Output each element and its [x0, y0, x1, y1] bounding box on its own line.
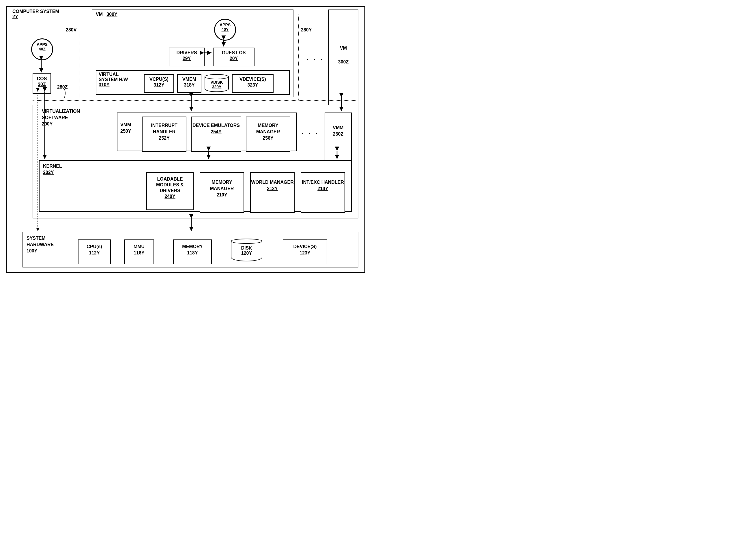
dotted-divider: [33, 100, 357, 101]
vmm-250z-box: VMM250Z: [325, 113, 352, 163]
guest-os-box: GUEST OS20Y: [213, 47, 255, 66]
vdevice-box: VDEVICE(S)323Y: [232, 74, 274, 93]
system-hardware-box: SYSTEMHARDWARE100Y CPU(s)112Y MMU116Y ME…: [22, 232, 358, 267]
drivers-box: DRIVERS29Y: [169, 47, 204, 66]
device-emulators-box: DEVICE EMULATORS254Y: [191, 117, 241, 152]
apps-40y-circle: APPS40Y: [214, 19, 236, 41]
memory-box: MEMORY118Y: [173, 239, 212, 264]
memory-manager1-box: MEMORY MANAGER256Y: [246, 117, 290, 152]
interrupt-handler-box: INTERRUPT HANDLER252Y: [142, 117, 186, 152]
virtual-hw-label: VIRTUALSYSTEM H/W310Y: [99, 72, 128, 87]
ellipsis-vmm: . . .: [301, 128, 319, 136]
kernel-label: KERNEL202Y: [43, 163, 62, 176]
world-manager-box: WORLD MANAGER212Y: [250, 172, 295, 213]
label-280v: 280V: [66, 27, 77, 33]
loadable-modules-box: LOADABLE MODULES & DRIVERS240Y: [146, 172, 194, 210]
memory-manager2-box: MEMORY MANAGER210Y: [200, 172, 244, 213]
virtualization-software-box: VIRTUALIZATIONSOFTWARE200Y VMM250Y INTER…: [33, 105, 358, 218]
kernel-box: KERNEL202Y LOADABLE MODULES & DRIVERS240…: [39, 160, 352, 212]
devices-box: DEVICE(S)123Y: [283, 239, 327, 264]
computer-system-label: COMPUTER SYSTEM 2Y: [13, 9, 59, 19]
vdisk-cyl: VDISK320Y: [204, 74, 229, 92]
vmm-250y-box: VMM250Y INTERRUPT HANDLER252Y DEVICE EMU…: [117, 113, 297, 151]
vcpu-box: VCPU(S)312Y: [144, 74, 174, 93]
ellipsis-vms: . . .: [307, 54, 324, 62]
label-280y: 280Y: [301, 27, 312, 33]
mmu-box: MMU116Y: [124, 239, 154, 264]
disk-cyl: DISK120Y: [231, 239, 262, 261]
vmem-box: VMEM318Y: [177, 74, 201, 93]
vm-300y-box: VM 300Y APPS40Y DRIVERS29Y GUEST OS20Y V…: [92, 9, 294, 97]
vs-label: VIRTUALIZATIONSOFTWARE200Y: [42, 108, 80, 127]
cpu-box: CPU(s)112Y: [78, 239, 111, 264]
dotted-280v: [80, 34, 80, 100]
dotted-280y: [298, 14, 299, 100]
vmm-250y-label: VMM250Y: [120, 122, 131, 135]
hardware-label: SYSTEMHARDWARE100Y: [26, 235, 54, 254]
label-280z: 280Z: [57, 84, 67, 90]
apps-40z-circle: APPS40Z: [31, 38, 53, 60]
cos-box: COS20Z: [33, 73, 51, 94]
int-exc-handler-box: INT/EXC HANDLER214Y: [301, 172, 345, 213]
virtual-hw-box: VIRTUALSYSTEM H/W310Y VCPU(S)312Y VMEM31…: [96, 70, 290, 95]
vm-300y-label: VM 300Y: [96, 12, 117, 17]
computer-system-frame: COMPUTER SYSTEM 2Y APPS40Z COS20Z 280V 2…: [6, 6, 365, 273]
